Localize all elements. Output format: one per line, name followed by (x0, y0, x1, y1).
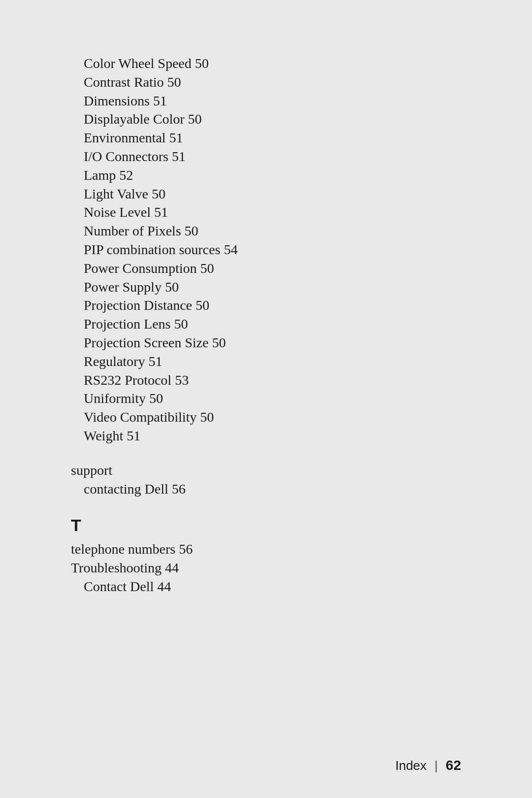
support-sub-entry: contacting Dell 56 (71, 480, 461, 499)
specs-entry: RS232 Protocol 53 (71, 371, 461, 390)
page-container: Color Wheel Speed 50Contrast Ratio 50Dim… (0, 0, 532, 798)
footer-separator: | (434, 758, 438, 773)
t-section-heading: T (71, 516, 461, 535)
specs-entry: Weight 51 (71, 427, 461, 445)
specs-entry: Environmental 51 (71, 129, 461, 147)
specs-entry: I/O Connectors 51 (71, 147, 461, 166)
footer-page-number: 62 (446, 758, 461, 773)
specs-entry: Projection Distance 50 (71, 296, 461, 315)
specs-entry: Noise Level 51 (71, 203, 461, 222)
specs-entry: Projection Screen Size 50 (71, 333, 461, 352)
specs-entry: Color Wheel Speed 50 (71, 54, 461, 73)
t-entries: telephone numbers 56Troubleshooting 44Co… (71, 540, 461, 596)
specs-entry: Contrast Ratio 50 (71, 73, 461, 92)
specs-entry: Dimensions 51 (71, 92, 461, 110)
specs-entry: Regulatory 51 (71, 352, 461, 371)
specs-entry: Power Consumption 50 (71, 259, 461, 278)
specs-entries: Color Wheel Speed 50Contrast Ratio 50Dim… (71, 54, 461, 445)
specs-entry: Projection Lens 50 (71, 315, 461, 333)
specs-entry: Lamp 52 (71, 166, 461, 185)
footer-index-label: Index (395, 758, 427, 773)
specs-entry: Displayable Color 50 (71, 110, 461, 129)
page-footer: Index | 62 (395, 758, 461, 773)
support-section: support contacting Dell 56 (71, 461, 461, 499)
specs-entry: Light Valve 50 (71, 185, 461, 203)
support-heading: support (71, 461, 461, 480)
t-section: T telephone numbers 56Troubleshooting 44… (71, 516, 461, 596)
t-entry: Contact Dell 44 (71, 577, 461, 596)
specs-entry: Uniformity 50 (71, 389, 461, 408)
specs-entry: PIP combination sources 54 (71, 240, 461, 259)
specs-entry: Power Supply 50 (71, 278, 461, 297)
t-entry: Troubleshooting 44 (71, 559, 461, 577)
specs-entry: Video Compatibility 50 (71, 408, 461, 427)
specs-entry: Number of Pixels 50 (71, 222, 461, 240)
t-entry: telephone numbers 56 (71, 540, 461, 559)
support-sub-entries: contacting Dell 56 (71, 480, 461, 499)
